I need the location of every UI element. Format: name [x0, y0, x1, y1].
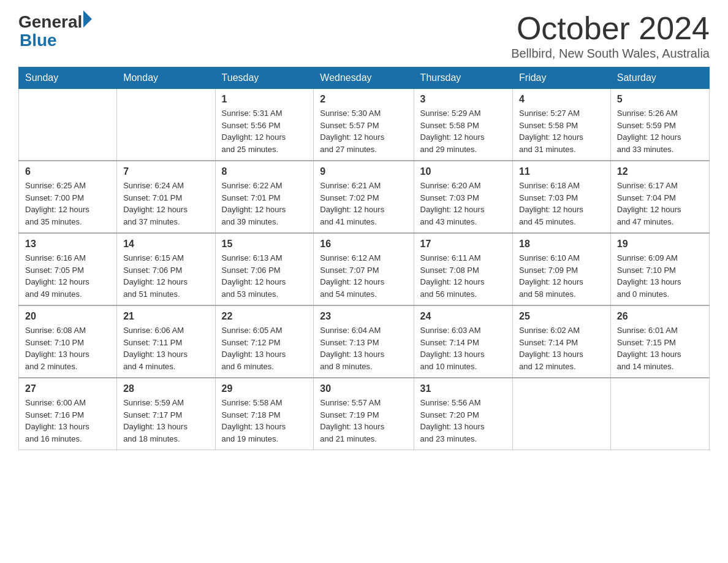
day-number: 31: [420, 383, 506, 394]
day-number: 25: [519, 311, 604, 322]
calendar-cell: 18Sunrise: 6:10 AMSunset: 7:09 PMDayligh…: [513, 233, 611, 305]
calendar-cell: 9Sunrise: 6:21 AMSunset: 7:02 PMDaylight…: [314, 161, 414, 233]
calendar-day-header: Wednesday: [314, 67, 414, 89]
day-number: 24: [420, 311, 506, 322]
month-title: October 2024: [511, 12, 710, 44]
day-info: Sunrise: 6:25 AMSunset: 7:00 PMDaylight:…: [25, 180, 110, 228]
logo: General Blue: [18, 12, 92, 49]
day-number: 7: [123, 166, 208, 177]
day-info: Sunrise: 6:00 AMSunset: 7:16 PMDaylight:…: [25, 397, 110, 445]
calendar-cell: [513, 378, 611, 450]
calendar-cell: 29Sunrise: 5:58 AMSunset: 7:18 PMDayligh…: [215, 378, 314, 450]
day-info: Sunrise: 6:21 AMSunset: 7:02 PMDaylight:…: [320, 180, 407, 228]
day-number: 28: [123, 383, 208, 394]
day-info: Sunrise: 6:20 AMSunset: 7:03 PMDaylight:…: [420, 180, 506, 228]
calendar-cell: 6Sunrise: 6:25 AMSunset: 7:00 PMDaylight…: [19, 161, 117, 233]
day-info: Sunrise: 5:56 AMSunset: 7:20 PMDaylight:…: [420, 397, 506, 445]
day-number: 8: [222, 166, 308, 177]
day-info: Sunrise: 6:08 AMSunset: 7:10 PMDaylight:…: [25, 324, 110, 372]
day-info: Sunrise: 5:58 AMSunset: 7:18 PMDaylight:…: [222, 397, 308, 445]
day-info: Sunrise: 6:03 AMSunset: 7:14 PMDaylight:…: [420, 324, 506, 372]
calendar-cell: 30Sunrise: 5:57 AMSunset: 7:19 PMDayligh…: [314, 378, 414, 450]
calendar-day-header: Saturday: [610, 67, 709, 89]
day-number: 21: [123, 311, 208, 322]
day-info: Sunrise: 6:24 AMSunset: 7:01 PMDaylight:…: [123, 180, 208, 228]
location-subtitle: Bellbird, New South Wales, Australia: [511, 47, 710, 61]
calendar-cell: 4Sunrise: 5:27 AMSunset: 5:58 PMDaylight…: [513, 89, 611, 161]
calendar-day-header: Friday: [513, 67, 611, 89]
day-number: 26: [617, 311, 703, 322]
day-number: 17: [420, 239, 506, 250]
calendar-cell: 10Sunrise: 6:20 AMSunset: 7:03 PMDayligh…: [414, 161, 512, 233]
calendar-day-header: Thursday: [414, 67, 512, 89]
day-info: Sunrise: 6:22 AMSunset: 7:01 PMDaylight:…: [222, 180, 308, 228]
day-number: 13: [25, 239, 110, 250]
day-number: 2: [320, 94, 407, 105]
day-info: Sunrise: 6:01 AMSunset: 7:15 PMDaylight:…: [617, 324, 703, 372]
logo-general: General: [18, 12, 82, 32]
calendar-cell: 3Sunrise: 5:29 AMSunset: 5:58 PMDaylight…: [414, 89, 512, 161]
day-info: Sunrise: 6:16 AMSunset: 7:05 PMDaylight:…: [25, 252, 110, 300]
calendar-cell: 5Sunrise: 5:26 AMSunset: 5:59 PMDaylight…: [610, 89, 709, 161]
day-number: 15: [222, 239, 308, 250]
calendar-week-row: 27Sunrise: 6:00 AMSunset: 7:16 PMDayligh…: [19, 378, 710, 450]
calendar-cell: 19Sunrise: 6:09 AMSunset: 7:10 PMDayligh…: [610, 233, 709, 305]
calendar-cell: 8Sunrise: 6:22 AMSunset: 7:01 PMDaylight…: [215, 161, 314, 233]
day-info: Sunrise: 6:12 AMSunset: 7:07 PMDaylight:…: [320, 252, 407, 300]
day-info: Sunrise: 6:13 AMSunset: 7:06 PMDaylight:…: [222, 252, 308, 300]
day-number: 1: [222, 94, 308, 105]
day-number: 22: [222, 311, 308, 322]
day-number: 19: [617, 239, 703, 250]
calendar-cell: 23Sunrise: 6:04 AMSunset: 7:13 PMDayligh…: [314, 305, 414, 378]
day-number: 10: [420, 166, 506, 177]
day-number: 3: [420, 94, 506, 105]
calendar-cell: 13Sunrise: 6:16 AMSunset: 7:05 PMDayligh…: [19, 233, 117, 305]
day-info: Sunrise: 6:17 AMSunset: 7:04 PMDaylight:…: [617, 180, 703, 228]
calendar-cell: 28Sunrise: 5:59 AMSunset: 7:17 PMDayligh…: [117, 378, 215, 450]
day-number: 18: [519, 239, 604, 250]
calendar-cell: 16Sunrise: 6:12 AMSunset: 7:07 PMDayligh…: [314, 233, 414, 305]
calendar-cell: 26Sunrise: 6:01 AMSunset: 7:15 PMDayligh…: [610, 305, 709, 378]
day-info: Sunrise: 5:27 AMSunset: 5:58 PMDaylight:…: [519, 107, 604, 155]
title-section: October 2024 Bellbird, New South Wales, …: [511, 12, 710, 61]
calendar-cell: 7Sunrise: 6:24 AMSunset: 7:01 PMDaylight…: [117, 161, 215, 233]
calendar-day-header: Monday: [117, 67, 215, 89]
day-number: 23: [320, 311, 407, 322]
logo-blue-text: Blue: [20, 32, 57, 49]
day-info: Sunrise: 5:57 AMSunset: 7:19 PMDaylight:…: [320, 397, 407, 445]
calendar-cell: 15Sunrise: 6:13 AMSunset: 7:06 PMDayligh…: [215, 233, 314, 305]
calendar-cell: [610, 378, 709, 450]
day-info: Sunrise: 6:15 AMSunset: 7:06 PMDaylight:…: [123, 252, 208, 300]
day-number: 11: [519, 166, 604, 177]
calendar-week-row: 1Sunrise: 5:31 AMSunset: 5:56 PMDaylight…: [19, 89, 710, 161]
day-number: 20: [25, 311, 110, 322]
calendar-cell: 20Sunrise: 6:08 AMSunset: 7:10 PMDayligh…: [19, 305, 117, 378]
day-number: 6: [25, 166, 110, 177]
calendar-cell: 31Sunrise: 5:56 AMSunset: 7:20 PMDayligh…: [414, 378, 512, 450]
calendar-cell: 17Sunrise: 6:11 AMSunset: 7:08 PMDayligh…: [414, 233, 512, 305]
logo-triangle-icon: [83, 10, 92, 28]
calendar-day-header: Sunday: [19, 67, 117, 89]
day-info: Sunrise: 6:02 AMSunset: 7:14 PMDaylight:…: [519, 324, 604, 372]
day-info: Sunrise: 5:30 AMSunset: 5:57 PMDaylight:…: [320, 107, 407, 155]
page-header: General Blue October 2024 Bellbird, New …: [18, 12, 710, 61]
calendar-cell: 2Sunrise: 5:30 AMSunset: 5:57 PMDaylight…: [314, 89, 414, 161]
calendar-week-row: 20Sunrise: 6:08 AMSunset: 7:10 PMDayligh…: [19, 305, 710, 378]
calendar-table: SundayMondayTuesdayWednesdayThursdayFrid…: [18, 67, 710, 450]
calendar-cell: 12Sunrise: 6:17 AMSunset: 7:04 PMDayligh…: [610, 161, 709, 233]
calendar-cell: 14Sunrise: 6:15 AMSunset: 7:06 PMDayligh…: [117, 233, 215, 305]
day-info: Sunrise: 6:11 AMSunset: 7:08 PMDaylight:…: [420, 252, 506, 300]
day-number: 30: [320, 383, 407, 394]
day-info: Sunrise: 5:59 AMSunset: 7:17 PMDaylight:…: [123, 397, 208, 445]
day-info: Sunrise: 5:31 AMSunset: 5:56 PMDaylight:…: [222, 107, 308, 155]
calendar-cell: 24Sunrise: 6:03 AMSunset: 7:14 PMDayligh…: [414, 305, 512, 378]
day-number: 12: [617, 166, 703, 177]
day-number: 14: [123, 239, 208, 250]
day-number: 9: [320, 166, 407, 177]
day-number: 27: [25, 383, 110, 394]
day-info: Sunrise: 5:26 AMSunset: 5:59 PMDaylight:…: [617, 107, 703, 155]
calendar-cell: 21Sunrise: 6:06 AMSunset: 7:11 PMDayligh…: [117, 305, 215, 378]
calendar-cell: 11Sunrise: 6:18 AMSunset: 7:03 PMDayligh…: [513, 161, 611, 233]
day-info: Sunrise: 6:06 AMSunset: 7:11 PMDaylight:…: [123, 324, 208, 372]
calendar-cell: 22Sunrise: 6:05 AMSunset: 7:12 PMDayligh…: [215, 305, 314, 378]
